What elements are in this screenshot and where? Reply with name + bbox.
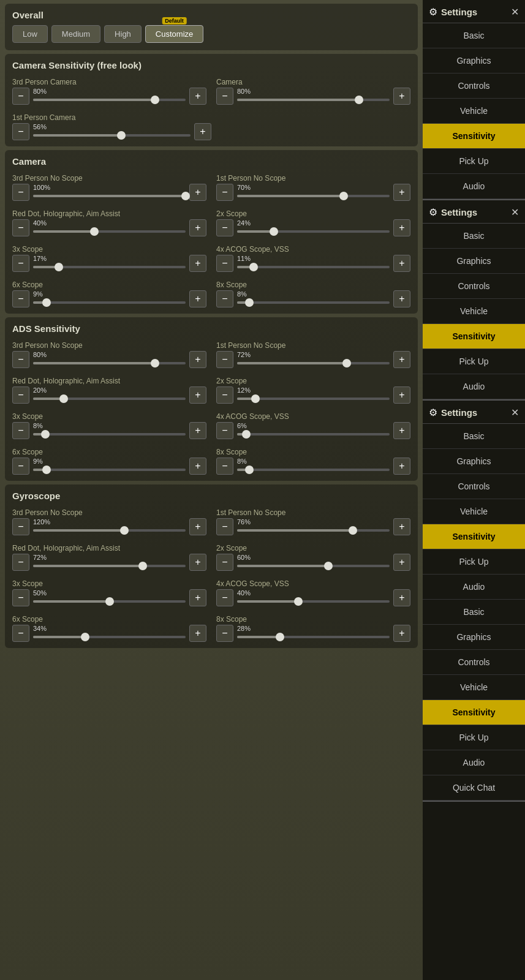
ads-1st-plus[interactable]: +: [393, 351, 410, 368]
sidebar-item-sensitivity-4[interactable]: Sensitivity: [423, 700, 525, 725]
cam-8x-plus[interactable]: +: [393, 290, 410, 307]
sidebar-item-controls-4[interactable]: Controls: [423, 650, 525, 675]
ads-2x-slider[interactable]: 12%: [237, 386, 390, 404]
ads-3rd-plus[interactable]: +: [189, 351, 206, 368]
1st-person-camera-slider[interactable]: 56%: [33, 123, 191, 140]
ads-1st-minus[interactable]: −: [216, 351, 233, 368]
ads-6x-minus[interactable]: −: [12, 458, 29, 475]
preset-high[interactable]: High: [104, 25, 142, 43]
cam-2x-plus[interactable]: +: [393, 219, 410, 236]
cam-3rd-noscope-minus[interactable]: −: [12, 184, 29, 201]
gyro-8x-plus[interactable]: +: [393, 625, 410, 642]
cam-3x-plus[interactable]: +: [189, 255, 206, 272]
close-icon-1[interactable]: ✕: [511, 6, 519, 18]
gyro-reddot-minus[interactable]: −: [12, 554, 29, 571]
preset-customize[interactable]: Default Customize: [145, 25, 203, 43]
gyro-3x-slider[interactable]: 50%: [33, 589, 186, 606]
sidebar-item-controls-1[interactable]: Controls: [423, 74, 525, 99]
gyro-1st-plus[interactable]: +: [393, 518, 410, 535]
ads-3x-minus[interactable]: −: [12, 422, 29, 439]
camera-plus[interactable]: +: [393, 88, 410, 105]
cam-8x-minus[interactable]: −: [216, 290, 233, 307]
sidebar-item-sensitivity-1[interactable]: Sensitivity: [423, 124, 525, 149]
ads-3rd-slider[interactable]: 80%: [33, 351, 186, 368]
gyro-2x-plus[interactable]: +: [393, 554, 410, 571]
ads-4x-minus[interactable]: −: [216, 422, 233, 439]
sidebar-item-vehicle-4[interactable]: Vehicle: [423, 675, 525, 700]
sidebar-item-graphics-4[interactable]: Graphics: [423, 625, 525, 650]
sidebar-item-basic-3[interactable]: Basic: [423, 424, 525, 449]
sidebar-item-basic-2[interactable]: Basic: [423, 224, 525, 249]
ads-reddot-minus[interactable]: −: [12, 386, 29, 404]
sidebar-item-audio-2[interactable]: Audio: [423, 374, 525, 399]
ads-3x-slider[interactable]: 8%: [33, 422, 186, 439]
gyro-1st-slider[interactable]: 76%: [237, 518, 390, 535]
3rd-person-camera-minus[interactable]: −: [12, 88, 29, 105]
cam-reddot-slider[interactable]: 40%: [33, 219, 186, 236]
ads-8x-plus[interactable]: +: [393, 458, 410, 475]
cam-1st-noscope-minus[interactable]: −: [216, 184, 233, 201]
sidebar-item-controls-3[interactable]: Controls: [423, 474, 525, 499]
sidebar-item-pickup-4[interactable]: Pick Up: [423, 725, 525, 750]
camera-slider[interactable]: 80%: [237, 88, 390, 105]
gyro-6x-minus[interactable]: −: [12, 625, 29, 642]
sidebar-item-basic-1[interactable]: Basic: [423, 23, 525, 48]
ads-2x-plus[interactable]: +: [393, 386, 410, 404]
ads-6x-plus[interactable]: +: [189, 458, 206, 475]
ads-reddot-plus[interactable]: +: [189, 386, 206, 404]
gyro-4x-slider[interactable]: 40%: [237, 589, 390, 606]
close-icon-3[interactable]: ✕: [511, 407, 519, 418]
cam-3rd-noscope-slider[interactable]: 100%: [33, 184, 186, 201]
cam-2x-minus[interactable]: −: [216, 219, 233, 236]
sidebar-item-graphics-1[interactable]: Graphics: [423, 48, 525, 74]
cam-3x-slider[interactable]: 17%: [33, 255, 186, 272]
gyro-3x-plus[interactable]: +: [189, 589, 206, 606]
gyro-reddot-plus[interactable]: +: [189, 554, 206, 571]
gyro-3x-minus[interactable]: −: [12, 589, 29, 606]
cam-6x-minus[interactable]: −: [12, 290, 29, 307]
gyro-8x-minus[interactable]: −: [216, 625, 233, 642]
sidebar-item-pickup-3[interactable]: Pick Up: [423, 549, 525, 575]
sidebar-item-audio-1[interactable]: Audio: [423, 174, 525, 199]
ads-3rd-minus[interactable]: −: [12, 351, 29, 368]
cam-8x-slider[interactable]: 8%: [237, 290, 390, 307]
ads-1st-slider[interactable]: 72%: [237, 351, 390, 368]
preset-medium[interactable]: Medium: [51, 25, 100, 43]
1st-person-camera-minus[interactable]: −: [12, 123, 29, 140]
cam-4x-plus[interactable]: +: [393, 255, 410, 272]
cam-1st-noscope-slider[interactable]: 70%: [237, 184, 390, 201]
sidebar-item-vehicle-1[interactable]: Vehicle: [423, 99, 525, 124]
gyro-2x-minus[interactable]: −: [216, 554, 233, 571]
sidebar-item-graphics-2[interactable]: Graphics: [423, 249, 525, 274]
preset-low[interactable]: Low: [12, 25, 48, 43]
ads-8x-minus[interactable]: −: [216, 458, 233, 475]
gyro-3rd-slider[interactable]: 120%: [33, 518, 186, 535]
sidebar-item-controls-2[interactable]: Controls: [423, 274, 525, 299]
sidebar-item-basic-4[interactable]: Basic: [423, 600, 525, 625]
ads-4x-plus[interactable]: +: [393, 422, 410, 439]
ads-reddot-slider[interactable]: 20%: [33, 386, 186, 404]
gyro-2x-slider[interactable]: 60%: [237, 554, 390, 571]
sidebar-item-quickchat[interactable]: Quick Chat: [423, 775, 525, 801]
cam-4x-minus[interactable]: −: [216, 255, 233, 272]
gyro-1st-minus[interactable]: −: [216, 518, 233, 535]
sidebar-item-pickup-2[interactable]: Pick Up: [423, 349, 525, 374]
ads-4x-slider[interactable]: 6%: [237, 422, 390, 439]
gyro-8x-slider[interactable]: 28%: [237, 625, 390, 642]
gyro-3rd-plus[interactable]: +: [189, 518, 206, 535]
gyro-6x-plus[interactable]: +: [189, 625, 206, 642]
camera-minus[interactable]: −: [216, 88, 233, 105]
ads-3x-plus[interactable]: +: [189, 422, 206, 439]
gyro-reddot-slider[interactable]: 72%: [33, 554, 186, 571]
cam-3x-minus[interactable]: −: [12, 255, 29, 272]
close-icon-2[interactable]: ✕: [511, 206, 519, 218]
cam-4x-slider[interactable]: 11%: [237, 255, 390, 272]
3rd-person-camera-plus[interactable]: +: [189, 88, 206, 105]
ads-8x-slider[interactable]: 8%: [237, 458, 390, 475]
cam-6x-slider[interactable]: 9%: [33, 290, 186, 307]
cam-6x-plus[interactable]: +: [189, 290, 206, 307]
sidebar-item-sensitivity-3[interactable]: Sensitivity: [423, 524, 525, 549]
cam-3rd-noscope-plus[interactable]: +: [189, 184, 206, 201]
gyro-4x-minus[interactable]: −: [216, 589, 233, 606]
sidebar-item-audio-3[interactable]: Audio: [423, 575, 525, 600]
